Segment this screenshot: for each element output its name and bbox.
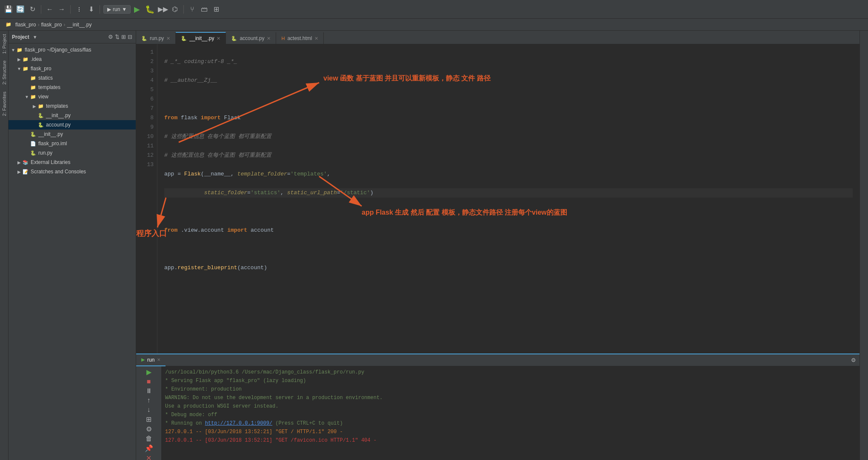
debug-button[interactable]: 🐛 [143,5,156,14]
tree-item-templates-top[interactable]: 📁 templates [9,83,136,92]
run-pin-button[interactable]: 📌 [143,444,155,452]
project-title: Project [12,34,29,40]
run-config-dropdown[interactable]: ▶ run ▼ [103,5,131,14]
tab-actest-html[interactable]: H actest.html ✕ [276,32,324,44]
breadcrumb-flask-pro[interactable]: flask_pro [15,22,36,28]
optimize-icon[interactable]: ⬇ [86,4,96,14]
run-play-button[interactable]: ▶ [143,368,155,376]
library-icon: 📚 [22,159,29,166]
tree-item-iml[interactable]: 📄 flask_pro.iml [9,139,136,148]
folder-icon: 📁 [3,20,14,30]
python-icon: 🐍 [30,131,37,138]
tree-arrow: ▼ [16,66,22,71]
refresh-icon[interactable]: ↻ [27,4,37,14]
sync-icon[interactable]: 🔄 [15,4,26,14]
folder-icon: 📁 [22,56,29,63]
toolbar: 💾 🔄 ↻ ← → ⫶ ⬇ ▶ run ▼ ▶ 🐛 ▶▶ ⌬ ⑂ 🗃 ⊞ [0,0,868,19]
code-line-8: static_folder='statics', static_url_path… [164,188,853,198]
tree-item-external-libs[interactable]: ▶ 📚 External Libraries [9,158,136,167]
tree-arrow: ▶ [16,170,22,174]
breadcrumb-flask-pro-2[interactable]: flask_pro [41,22,62,28]
tree-arrow: ▶ [31,104,37,109]
run-wrap-button[interactable]: ⊞ [143,415,155,423]
output-line-2: * Serving Flask app "flask_pro" (lazy lo… [165,377,856,385]
forward-icon[interactable]: → [57,4,67,14]
run-pause-button[interactable]: ⏸ [143,387,155,395]
tab-init-py[interactable]: 🐍 __init__.py ✕ [176,32,226,44]
chevron-down-icon: ▼ [122,6,127,12]
breadcrumb: 📁 flask_pro › flask_pro › __init__.py [0,19,868,31]
editor-area: 🐍 run.py ✕ 🐍 __init__.py ✕ 🐍 account.py … [136,31,859,460]
run-trash-button[interactable]: 🗑 [143,435,155,443]
line-numbers: 1 2 3 4 5 6 7 8 9 10 11 12 13 [136,44,157,354]
tree-item-scratches[interactable]: ▶ 📝 Scratches and Consoles [9,167,136,176]
run-stop-button[interactable]: ■ [143,378,155,385]
profile-icon[interactable]: ⌬ [170,4,180,14]
run-scroll-up-button[interactable]: ↑ [143,397,155,404]
run-button[interactable]: ▶ [132,5,142,14]
tree-arrow: ▼ [24,95,30,99]
tree-item-run[interactable]: 🐍 run.py [9,148,136,158]
tab-account-py[interactable]: 🐍 account.py ✕ [226,32,276,44]
run-close-button[interactable]: ✕ [143,454,155,460]
bottom-tab-run[interactable]: ▶ run ✕ [136,354,166,366]
run-settings-button[interactable]: ⚙ [143,425,155,433]
url-link[interactable]: http://127.0.0.1:9009/ [205,420,272,426]
folder-icon: 📁 [16,46,23,53]
terminal-icon[interactable]: ⊞ [211,4,221,14]
vcs-icon[interactable]: ⑂ [187,4,197,14]
run-scroll-down-button[interactable]: ↓ [143,406,155,414]
tab-run-py[interactable]: 🐍 run.py ✕ [136,32,176,44]
bottom-tab-run-label: run [147,357,154,363]
code-editor[interactable]: 1 2 3 4 5 6 7 8 9 10 11 12 13 # _*_ codi… [136,44,859,354]
tree-item-view[interactable]: ▼ 📁 view [9,92,136,101]
tab-structure[interactable]: 2: Structure [0,57,8,88]
database-icon[interactable]: 🗃 [199,4,209,14]
collapse-icon[interactable]: ⊟ [128,34,132,40]
tree-item-templates-view[interactable]: ▶ 📁 templates [9,101,136,111]
breadcrumb-init-py[interactable]: __init__.py [67,22,91,28]
tree-item-statics[interactable]: 📁 statics [9,73,136,83]
coverage-icon[interactable]: ▶▶ [158,4,168,14]
tree-arrow: ▶ [16,160,22,165]
tree-item-flask-pro-sub[interactable]: ▼ 📁 flask_pro [9,64,136,73]
tab-close-icon[interactable]: ✕ [314,36,318,41]
tab-close-icon[interactable]: ✕ [166,36,170,41]
expand-icon[interactable]: ⊞ [121,34,126,40]
tab-favorites[interactable]: 2: Favorites [0,88,8,119]
folder-icon: 📁 [22,65,29,72]
tree-label: statics [38,75,53,81]
tab-close-icon[interactable]: ✕ [217,36,220,41]
project-panel: Project ▼ ⚙ ⇅ ⊞ ⊟ ▼ 📁 flask_pro ~/Django… [9,31,136,460]
bottom-controls: ▶ ■ ⏸ ↑ ↓ ⊞ ⚙ 🗑 📌 ✕ [136,366,162,460]
right-strip [859,31,868,460]
output-line-7: * Running on http://127.0.0.1:9009/ (Pre… [165,419,856,428]
code-line-9 [164,207,853,216]
output-line-4: WARNING: Do not use the development serv… [165,394,856,402]
code-content[interactable]: # _*_ coding:utf-8 _*_ # __author__Zj__ … [157,44,859,354]
reformat-icon[interactable]: ⫶ [74,4,84,14]
tree-item-init[interactable]: 🐍 __init__.py [9,129,136,139]
tree-item-view-init[interactable]: 🐍 __init__.py [9,111,136,120]
tree-item-flask-pro-root[interactable]: ▼ 📁 flask_pro ~/Django_class/flas [9,45,136,55]
tree-label: .idea [31,56,42,62]
tree-item-account[interactable]: 🐍 account.py [9,120,136,129]
sort-icon[interactable]: ⇅ [115,34,120,40]
gear-icon[interactable]: ⚙ [108,34,113,40]
bottom-panel-icons: ⚙ [851,357,859,363]
folder-icon: 📁 [30,75,37,81]
bottom-tab-close-icon[interactable]: ✕ [157,357,160,362]
project-dropdown-icon[interactable]: ▼ [33,34,37,40]
tab-close-icon[interactable]: ✕ [267,36,271,41]
tree-arrow: ▼ [10,48,16,52]
tab-label: account.py [240,35,264,41]
back-icon[interactable]: ← [45,4,55,14]
tree-item-idea[interactable]: ▶ 📁 .idea [9,55,136,64]
save-icon[interactable]: 💾 [3,4,14,14]
python-icon: 🐍 [37,112,44,119]
code-line-4: from flask import Flask [164,113,853,123]
tab-project[interactable]: 1: Project [0,31,8,57]
tree-label: account.py [46,122,71,128]
settings-icon[interactable]: ⚙ [851,357,856,363]
run-config-label: run [113,6,120,12]
